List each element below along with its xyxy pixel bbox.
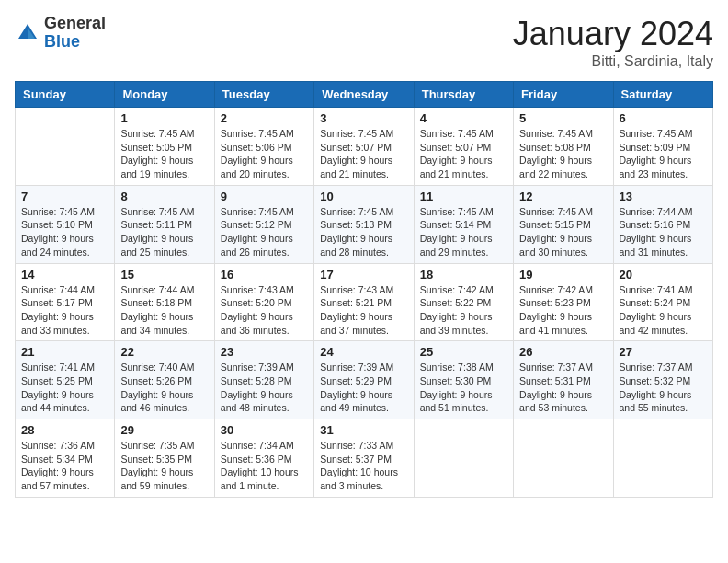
day-number: 16 [221, 268, 308, 282]
day-info: Sunrise: 7:45 AMSunset: 5:12 PMDaylight:… [221, 205, 308, 259]
day-info: Sunrise: 7:45 AMSunset: 5:06 PMDaylight:… [221, 127, 308, 181]
day-info: Sunrise: 7:45 AMSunset: 5:11 PMDaylight:… [120, 205, 208, 259]
calendar-cell: 16Sunrise: 7:43 AMSunset: 5:20 PMDayligh… [214, 263, 313, 341]
day-number: 9 [221, 190, 308, 203]
calendar-cell: 21Sunrise: 7:41 AMSunset: 5:25 PMDayligh… [16, 341, 115, 419]
day-info: Sunrise: 7:36 AMSunset: 5:34 PMDaylight:… [21, 439, 108, 493]
col-header-monday: Monday [115, 82, 214, 108]
week-row-1: 1Sunrise: 7:45 AMSunset: 5:05 PMDaylight… [16, 108, 713, 186]
day-number: 24 [320, 345, 407, 359]
day-number: 8 [120, 190, 208, 203]
calendar-cell: 4Sunrise: 7:45 AMSunset: 5:07 PMDaylight… [414, 108, 513, 186]
location-title: Bitti, Sardinia, Italy [513, 53, 713, 70]
calendar-cell: 17Sunrise: 7:43 AMSunset: 5:21 PMDayligh… [314, 263, 414, 341]
day-number: 5 [519, 111, 607, 125]
calendar-cell: 19Sunrise: 7:42 AMSunset: 5:23 PMDayligh… [514, 263, 613, 341]
calendar-cell: 15Sunrise: 7:44 AMSunset: 5:18 PMDayligh… [115, 263, 214, 341]
day-info: Sunrise: 7:45 AMSunset: 5:15 PMDaylight:… [519, 205, 607, 259]
calendar-cell: 8Sunrise: 7:45 AMSunset: 5:11 PMDaylight… [115, 185, 214, 263]
day-number: 17 [320, 268, 407, 282]
day-number: 1 [120, 111, 208, 125]
day-number: 29 [120, 423, 208, 437]
day-info: Sunrise: 7:45 AMSunset: 5:10 PMDaylight:… [21, 205, 108, 259]
col-header-sunday: Sunday [16, 82, 115, 108]
day-number: 27 [620, 345, 707, 359]
calendar-cell: 28Sunrise: 7:36 AMSunset: 5:34 PMDayligh… [16, 419, 115, 498]
day-info: Sunrise: 7:35 AMSunset: 5:35 PMDaylight:… [120, 439, 208, 493]
logo-general-text: General [44, 14, 106, 32]
day-info: Sunrise: 7:45 AMSunset: 5:07 PMDaylight:… [420, 127, 507, 181]
day-number: 14 [21, 268, 108, 282]
calendar-cell: 12Sunrise: 7:45 AMSunset: 5:15 PMDayligh… [514, 185, 613, 263]
week-row-3: 14Sunrise: 7:44 AMSunset: 5:17 PMDayligh… [16, 263, 713, 341]
day-info: Sunrise: 7:41 AMSunset: 5:25 PMDaylight:… [21, 361, 108, 415]
day-info: Sunrise: 7:43 AMSunset: 5:20 PMDaylight:… [221, 283, 308, 338]
day-info: Sunrise: 7:39 AMSunset: 5:29 PMDaylight:… [320, 361, 407, 415]
day-info: Sunrise: 7:45 AMSunset: 5:08 PMDaylight:… [519, 127, 607, 181]
day-info: Sunrise: 7:43 AMSunset: 5:21 PMDaylight:… [320, 283, 407, 338]
day-number: 23 [221, 345, 308, 359]
calendar-cell: 1Sunrise: 7:45 AMSunset: 5:05 PMDaylight… [115, 108, 214, 186]
calendar-cell [16, 108, 115, 186]
day-number: 4 [420, 111, 507, 125]
day-info: Sunrise: 7:45 AMSunset: 5:13 PMDaylight:… [320, 205, 407, 259]
week-row-4: 21Sunrise: 7:41 AMSunset: 5:25 PMDayligh… [16, 341, 713, 419]
calendar-cell: 31Sunrise: 7:33 AMSunset: 5:37 PMDayligh… [314, 419, 414, 498]
day-info: Sunrise: 7:42 AMSunset: 5:23 PMDaylight:… [519, 283, 607, 338]
calendar-header-row: SundayMondayTuesdayWednesdayThursdayFrid… [16, 82, 713, 108]
day-number: 31 [320, 423, 407, 437]
logo-blue-text: Blue [44, 32, 80, 51]
calendar-cell: 30Sunrise: 7:34 AMSunset: 5:36 PMDayligh… [214, 419, 313, 498]
day-number: 22 [120, 345, 208, 359]
day-info: Sunrise: 7:37 AMSunset: 5:31 PMDaylight:… [519, 361, 607, 415]
week-row-2: 7Sunrise: 7:45 AMSunset: 5:10 PMDaylight… [16, 185, 713, 263]
day-number: 12 [519, 190, 607, 203]
day-info: Sunrise: 7:45 AMSunset: 5:05 PMDaylight:… [120, 127, 208, 181]
logo: General Blue [15, 15, 106, 52]
calendar-cell: 6Sunrise: 7:45 AMSunset: 5:09 PMDaylight… [613, 108, 712, 186]
day-info: Sunrise: 7:38 AMSunset: 5:30 PMDaylight:… [420, 361, 507, 415]
day-number: 10 [320, 190, 407, 203]
calendar-cell: 3Sunrise: 7:45 AMSunset: 5:07 PMDaylight… [314, 108, 414, 186]
day-number: 18 [420, 268, 507, 282]
col-header-tuesday: Tuesday [214, 82, 313, 108]
day-number: 3 [320, 111, 407, 125]
day-info: Sunrise: 7:45 AMSunset: 5:14 PMDaylight:… [420, 205, 507, 259]
day-number: 26 [519, 345, 607, 359]
day-info: Sunrise: 7:40 AMSunset: 5:26 PMDaylight:… [120, 361, 208, 415]
calendar-cell: 11Sunrise: 7:45 AMSunset: 5:14 PMDayligh… [414, 185, 513, 263]
calendar-cell: 24Sunrise: 7:39 AMSunset: 5:29 PMDayligh… [314, 341, 414, 419]
calendar-cell: 23Sunrise: 7:39 AMSunset: 5:28 PMDayligh… [214, 341, 313, 419]
logo-text: General Blue [44, 15, 106, 52]
day-number: 30 [221, 423, 308, 437]
calendar-cell: 10Sunrise: 7:45 AMSunset: 5:13 PMDayligh… [314, 185, 414, 263]
calendar-cell: 13Sunrise: 7:44 AMSunset: 5:16 PMDayligh… [613, 185, 712, 263]
day-number: 11 [420, 190, 507, 203]
day-info: Sunrise: 7:34 AMSunset: 5:36 PMDaylight:… [221, 439, 308, 493]
calendar-cell: 5Sunrise: 7:45 AMSunset: 5:08 PMDaylight… [514, 108, 613, 186]
calendar-table: SundayMondayTuesdayWednesdayThursdayFrid… [15, 81, 713, 498]
col-header-wednesday: Wednesday [314, 82, 414, 108]
day-number: 2 [221, 111, 308, 125]
day-info: Sunrise: 7:44 AMSunset: 5:18 PMDaylight:… [120, 283, 208, 338]
day-info: Sunrise: 7:41 AMSunset: 5:24 PMDaylight:… [620, 283, 707, 338]
day-info: Sunrise: 7:44 AMSunset: 5:16 PMDaylight:… [620, 205, 707, 259]
day-info: Sunrise: 7:37 AMSunset: 5:32 PMDaylight:… [620, 361, 707, 415]
day-info: Sunrise: 7:45 AMSunset: 5:09 PMDaylight:… [620, 127, 707, 181]
day-number: 28 [21, 423, 108, 437]
calendar-cell: 20Sunrise: 7:41 AMSunset: 5:24 PMDayligh… [613, 263, 712, 341]
calendar-cell: 25Sunrise: 7:38 AMSunset: 5:30 PMDayligh… [414, 341, 513, 419]
day-info: Sunrise: 7:45 AMSunset: 5:07 PMDaylight:… [320, 127, 407, 181]
calendar-cell [613, 419, 712, 498]
logo-icon [15, 20, 40, 46]
calendar-cell: 26Sunrise: 7:37 AMSunset: 5:31 PMDayligh… [514, 341, 613, 419]
calendar-cell [514, 419, 613, 498]
day-info: Sunrise: 7:42 AMSunset: 5:22 PMDaylight:… [420, 283, 507, 338]
calendar-cell: 9Sunrise: 7:45 AMSunset: 5:12 PMDaylight… [214, 185, 313, 263]
day-number: 7 [21, 190, 108, 203]
calendar-cell: 29Sunrise: 7:35 AMSunset: 5:35 PMDayligh… [115, 419, 214, 498]
day-number: 20 [620, 268, 707, 282]
calendar-cell: 7Sunrise: 7:45 AMSunset: 5:10 PMDaylight… [16, 185, 115, 263]
day-number: 6 [620, 111, 707, 125]
day-number: 21 [21, 345, 108, 359]
